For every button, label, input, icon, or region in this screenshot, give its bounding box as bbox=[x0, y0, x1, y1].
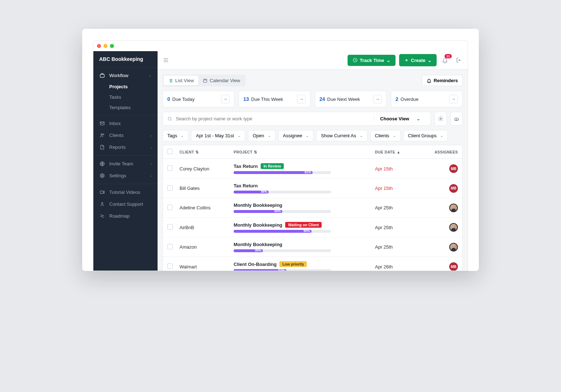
row-checkbox[interactable] bbox=[167, 224, 173, 230]
client-name: Adeline Collins bbox=[180, 205, 234, 210]
summary-card[interactable]: 2 Overdue → bbox=[391, 91, 463, 107]
settings-icon-button[interactable] bbox=[434, 112, 447, 126]
filter-tags[interactable]: Tags⌄ bbox=[163, 130, 188, 141]
sidebar-subitem-templates[interactable]: Templates bbox=[93, 102, 158, 113]
filter-label: Clients bbox=[375, 133, 389, 138]
row-checkbox[interactable] bbox=[167, 185, 173, 191]
table-row[interactable]: Adeline Collins Monthly Bookkeeping 50% … bbox=[163, 198, 462, 218]
table-row[interactable]: Bill Gates Tax Return 36% Apr 15th MB bbox=[163, 179, 462, 198]
sidebar-subitem-tasks[interactable]: Tasks bbox=[93, 92, 158, 102]
summary-count: 24 bbox=[319, 96, 325, 102]
sidebar: ABC Bookkeeping Workflow ⌄ Projects Task… bbox=[93, 51, 158, 271]
cloud-download-button[interactable] bbox=[450, 112, 463, 126]
due-date: Apr 15th bbox=[375, 166, 425, 172]
chevron-down-icon: ⌄ bbox=[416, 116, 420, 121]
reminders-button[interactable]: Reminders bbox=[422, 75, 463, 86]
plus-icon: ＋ bbox=[404, 57, 409, 63]
filter-assignee[interactable]: Assignee⌄ bbox=[278, 130, 313, 141]
search-input[interactable] bbox=[176, 112, 370, 125]
assignee-avatar[interactable]: MB bbox=[449, 164, 458, 173]
row-checkbox[interactable] bbox=[167, 244, 173, 249]
topbar: Track Time ⌄ ＋ Create ⌄ 11 bbox=[158, 51, 468, 70]
due-date: Apr 15th bbox=[375, 186, 425, 191]
brand-title: ABC Bookkeeping bbox=[93, 51, 158, 67]
sidebar-item-support[interactable]: Contact Support bbox=[93, 198, 158, 210]
svg-point-11 bbox=[440, 118, 441, 120]
assignee-avatar[interactable] bbox=[449, 204, 458, 212]
progress-percent: 81% bbox=[305, 170, 311, 174]
list-view-tab[interactable]: List View bbox=[164, 76, 198, 85]
filter-client-groups[interactable]: Client Groups⌄ bbox=[403, 130, 448, 141]
filter-clients[interactable]: Clients⌄ bbox=[370, 130, 401, 141]
sidebar-subitem-projects[interactable]: Projects bbox=[93, 81, 158, 92]
sidebar-item-inbox[interactable]: Inbox bbox=[93, 117, 158, 129]
table-row[interactable]: Walmart Client On-Boarding Low priority … bbox=[163, 257, 462, 271]
view-toggle: List View Calendar View bbox=[163, 75, 246, 86]
sidebar-item-workflow[interactable]: Workflow ⌄ bbox=[93, 70, 158, 81]
arrow-right-icon[interactable]: → bbox=[221, 95, 230, 103]
row-checkbox[interactable] bbox=[167, 205, 173, 210]
table-row[interactable]: AirBnB Monthly Bookkeeping Waiting on Cl… bbox=[163, 218, 462, 237]
sidebar-item-reports[interactable]: Reports › bbox=[93, 141, 158, 153]
notifications-button[interactable]: 11 bbox=[440, 55, 450, 65]
arrow-right-icon[interactable]: → bbox=[449, 95, 458, 103]
assignee-avatar[interactable] bbox=[449, 223, 458, 232]
calendar-view-tab[interactable]: Calendar View bbox=[198, 76, 244, 85]
assignee-avatar[interactable]: MB bbox=[449, 184, 458, 193]
table-row[interactable]: Amazon Monthly Bookkeeping 30% Apr 25th bbox=[163, 237, 462, 257]
select-all-checkbox[interactable] bbox=[167, 149, 173, 154]
progress-percent: 80% bbox=[304, 229, 310, 233]
sidebar-item-label: Roadmap bbox=[109, 213, 152, 219]
arrow-right-icon[interactable]: → bbox=[373, 95, 382, 103]
column-header-due-date[interactable]: DUE DATE ▲ bbox=[375, 150, 425, 154]
maximize-window-icon[interactable] bbox=[110, 44, 114, 48]
sidebar-item-label: Settings bbox=[109, 173, 146, 178]
filter-date-range[interactable]: Apr 1st - May 31st⌄ bbox=[191, 130, 245, 141]
progress-percent: 36% bbox=[261, 190, 267, 193]
sidebar-item-label: Reports bbox=[109, 144, 146, 150]
chevron-down-icon: ⌄ bbox=[393, 134, 396, 138]
envelope-icon bbox=[99, 121, 105, 126]
logout-button[interactable] bbox=[453, 55, 463, 65]
summary-label: Overdue bbox=[401, 97, 449, 102]
choose-view-dropdown[interactable]: Choose View ⌄ bbox=[374, 116, 426, 121]
assignee-avatar[interactable] bbox=[449, 243, 458, 251]
summary-card[interactable]: 24 Due Next Week → bbox=[315, 91, 386, 107]
due-date: Apr 25th bbox=[375, 244, 425, 250]
sidebar-item-settings[interactable]: Settings › bbox=[93, 170, 158, 182]
track-time-button[interactable]: Track Time ⌄ bbox=[348, 55, 396, 66]
filter-label: Show Current As bbox=[321, 133, 356, 138]
svg-point-7 bbox=[101, 202, 103, 204]
arrow-right-icon[interactable]: → bbox=[297, 95, 306, 103]
sidebar-item-label: Invite Team bbox=[109, 161, 146, 166]
progress-bar: 80% bbox=[234, 230, 331, 233]
sidebar-item-roadmap[interactable]: Roadmap bbox=[93, 210, 158, 222]
client-name: AirBnB bbox=[180, 225, 234, 230]
sidebar-item-clients[interactable]: Clients › bbox=[93, 129, 158, 141]
menu-toggle-icon[interactable] bbox=[163, 57, 169, 63]
window-controls bbox=[93, 41, 468, 51]
users-icon bbox=[99, 133, 105, 138]
minimize-window-icon[interactable] bbox=[103, 44, 107, 48]
chevron-down-icon: ⌄ bbox=[440, 134, 443, 138]
row-checkbox[interactable] bbox=[167, 165, 173, 171]
column-header-project[interactable]: PROJECT ⇅ bbox=[234, 150, 375, 154]
sidebar-item-tutorial[interactable]: Tutorial Videos bbox=[93, 186, 158, 198]
dropdown-label: Choose View bbox=[380, 116, 409, 121]
row-checkbox[interactable] bbox=[167, 263, 173, 269]
summary-card[interactable]: 13 Due This Week → bbox=[239, 91, 310, 107]
project-title: Client On-Boarding bbox=[234, 262, 277, 267]
view-label: Calendar View bbox=[210, 78, 240, 83]
filter-show-as[interactable]: Show Current As⌄ bbox=[316, 130, 367, 141]
table-row[interactable]: Corey Clayton Tax Return In Review 81% A… bbox=[163, 159, 462, 179]
chevron-down-icon: ⌄ bbox=[428, 58, 432, 63]
close-window-icon[interactable] bbox=[97, 44, 101, 48]
sidebar-item-invite[interactable]: Invite Team › bbox=[93, 158, 158, 170]
filter-status[interactable]: Open⌄ bbox=[248, 130, 275, 141]
main-panel: Track Time ⌄ ＋ Create ⌄ 11 bbox=[158, 51, 468, 271]
assignee-avatar[interactable]: MB bbox=[449, 262, 458, 271]
gear-icon bbox=[99, 173, 105, 178]
summary-card[interactable]: 0 Due Today → bbox=[163, 91, 234, 107]
column-header-client[interactable]: CLIENT ⇅ bbox=[180, 150, 234, 154]
create-button[interactable]: ＋ Create ⌄ bbox=[399, 54, 437, 66]
